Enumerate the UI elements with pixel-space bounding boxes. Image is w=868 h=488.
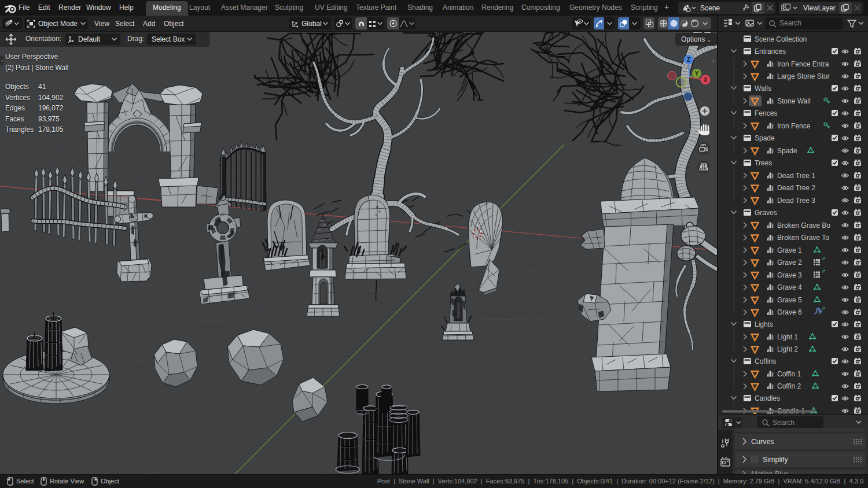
svg-text:Walls: Walls — [755, 84, 771, 93]
svg-text:Y: Y — [695, 71, 699, 77]
svg-text:Grave 5: Grave 5 — [777, 296, 802, 304]
svg-text:Light 1: Light 1 — [777, 333, 798, 341]
svg-text:Light 2: Light 2 — [777, 345, 798, 353]
svg-text:Broken Grave To: Broken Grave To — [777, 234, 829, 242]
svg-text:Search: Search — [773, 419, 795, 427]
svg-text:Iron Fence Entra: Iron Fence Entra — [777, 60, 829, 68]
svg-text:Coffin 1: Coffin 1 — [777, 370, 801, 378]
svg-text:Z: Z — [687, 57, 690, 63]
svg-text:Dead Tree 1: Dead Tree 1 — [777, 172, 815, 180]
svg-text:Grave 4: Grave 4 — [777, 283, 802, 291]
svg-text:Grave 6: Grave 6 — [777, 308, 802, 316]
svg-text:Candles: Candles — [755, 394, 780, 402]
svg-text:Fences: Fences — [755, 109, 777, 117]
svg-text:Motion Blur: Motion Blur — [751, 470, 788, 474]
svg-text:Trees: Trees — [755, 159, 772, 167]
svg-text:Graves: Graves — [755, 209, 777, 217]
svg-text:Dead Tree 2: Dead Tree 2 — [777, 184, 815, 192]
svg-text:Entrances: Entrances — [755, 47, 786, 56]
svg-text:Grave 1: Grave 1 — [777, 246, 802, 254]
svg-text:Lights: Lights — [755, 320, 773, 328]
svg-text:Coffin 2: Coffin 2 — [777, 382, 801, 390]
svg-text:Dead Tree 3: Dead Tree 3 — [777, 197, 815, 205]
svg-text:Grave 3: Grave 3 — [777, 271, 802, 279]
svg-text:Scene Collection: Scene Collection — [755, 35, 807, 43]
svg-text:Broken Grave Bo: Broken Grave Bo — [777, 221, 830, 230]
svg-text:X: X — [704, 77, 708, 83]
svg-text:Grave 2: Grave 2 — [777, 258, 802, 267]
svg-text:Curves: Curves — [751, 438, 774, 446]
svg-text:Coffins: Coffins — [755, 357, 776, 365]
svg-text:Spade: Spade — [755, 134, 775, 142]
svg-text:Simplify: Simplify — [763, 456, 789, 464]
svg-text:Spade: Spade — [777, 147, 797, 155]
svg-text:Iron Fence: Iron Fence — [777, 122, 811, 130]
svg-text:Stone Wall: Stone Wall — [777, 97, 811, 105]
svg-text:Large Stone Stor: Large Stone Stor — [777, 72, 830, 80]
